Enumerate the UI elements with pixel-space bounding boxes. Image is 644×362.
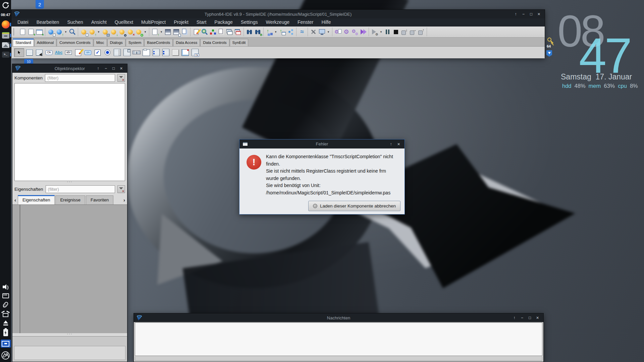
palette-tab-synedit[interactable]: SynEdit — [230, 39, 249, 46]
palette-tab-misc[interactable]: Misc — [94, 39, 107, 46]
menu-item-hilfe[interactable]: Hilfe — [317, 18, 335, 26]
maximize-button[interactable] — [111, 66, 116, 71]
project-inspector-icon[interactable] — [118, 28, 125, 36]
task-panel-icon[interactable] — [0, 340, 11, 348]
menu-item-ansicht[interactable]: Ansicht — [87, 18, 111, 26]
close-button[interactable] — [396, 141, 401, 147]
palette-tab-basecontrols[interactable]: BaseControls — [144, 39, 173, 46]
save-all-icon[interactable] — [173, 28, 180, 36]
open-project-icon[interactable] — [80, 28, 87, 36]
configure-tools-icon[interactable] — [310, 28, 317, 36]
save-icon[interactable] — [164, 28, 171, 36]
component-radiogroup-icon[interactable] — [152, 48, 160, 57]
component-actionlist-icon[interactable]: Ok — [191, 48, 199, 57]
menu-item-settings[interactable]: Settings — [237, 18, 262, 26]
open-file-icon[interactable]: ↑ — [151, 28, 158, 36]
komponenten-filter-input[interactable] — [45, 74, 115, 82]
antix-logo-icon[interactable] — [0, 351, 11, 360]
shade-button[interactable] — [513, 11, 518, 17]
run-parameters-icon[interactable] — [135, 28, 142, 36]
component-listbox-icon[interactable] — [113, 48, 121, 57]
firefox-icon[interactable] — [0, 20, 11, 28]
file-manager-icon[interactable] — [0, 32, 11, 39]
target-menu-icon[interactable]: ▾ — [327, 30, 330, 34]
compiler-options-icon[interactable] — [334, 28, 341, 36]
project-menu-icon[interactable]: ▾ — [144, 30, 147, 34]
menu-item-projekt[interactable]: Projekt — [170, 18, 193, 26]
menu-item-start[interactable]: Start — [193, 18, 211, 26]
build-all-icon[interactable] — [279, 28, 286, 36]
component-checkbox-icon[interactable] — [93, 48, 102, 57]
package-graph-icon[interactable] — [287, 28, 294, 36]
component-button-icon[interactable]: Ok — [45, 48, 53, 57]
cancel-component-load-button[interactable]: Laden dieser Komponente abbrechen — [308, 201, 400, 211]
messages-list[interactable] — [135, 322, 542, 356]
close-button[interactable] — [119, 66, 124, 71]
clean-build-icon[interactable] — [299, 28, 306, 36]
menu-item-bearbeiten[interactable]: Bearbeiten — [33, 18, 63, 26]
show-units-icon[interactable]: ↑ — [56, 28, 63, 36]
splitter-handle[interactable] — [12, 333, 127, 336]
image-viewer-icon[interactable] — [0, 42, 11, 48]
logout-icon[interactable] — [0, 2, 11, 9]
target-monitor-icon[interactable] — [318, 28, 325, 36]
tabs-scroll-left-icon[interactable] — [13, 196, 18, 204]
pause-icon[interactable] — [384, 28, 391, 36]
quick-compile-icon[interactable] — [360, 28, 367, 36]
component-groupbox-icon[interactable] — [142, 48, 151, 57]
ide-titlebar[interactable]: Typhon64-IDE v8.9 - SimpleIDE (/home/mxl… — [11, 10, 545, 18]
build-icon[interactable] — [266, 28, 273, 36]
menu-item-datei[interactable]: Datei — [13, 18, 33, 26]
component-scrollbar-icon[interactable] — [132, 48, 141, 57]
inspector-titlebar[interactable]: Objektinspektor — [12, 64, 127, 73]
component-memo-icon[interactable] — [74, 48, 83, 57]
save-project-icon[interactable] — [102, 28, 109, 36]
menu-item-fenster[interactable]: Fenster — [293, 18, 317, 26]
splitter-handle[interactable] — [12, 181, 127, 184]
attachments-icon[interactable] — [0, 302, 11, 308]
documentation-icon[interactable] — [218, 28, 225, 36]
messages-titlebar[interactable]: Nachrichten — [134, 313, 543, 322]
window-list-icon[interactable] — [226, 28, 233, 36]
run-no-debug-icon[interactable] — [371, 28, 378, 36]
filter-clear-button[interactable] — [117, 185, 125, 193]
shade-button[interactable] — [512, 315, 517, 320]
eigenschaften-filter-input[interactable] — [46, 185, 115, 193]
find-in-files-icon[interactable]: B — [254, 28, 261, 36]
copy-icon[interactable] — [181, 28, 188, 36]
maximize-button[interactable] — [529, 11, 534, 17]
component-panel-icon[interactable] — [171, 48, 180, 57]
component-tree[interactable] — [14, 83, 125, 181]
palette-tab-dialogs[interactable]: Dialogs — [107, 39, 125, 46]
find-icon[interactable] — [246, 28, 253, 36]
toggle-form-unit-icon[interactable] — [234, 28, 241, 36]
close-button[interactable] — [535, 315, 540, 320]
palette-tab-standard[interactable]: Standard — [13, 39, 34, 46]
component-popupmenu-icon[interactable] — [35, 48, 44, 57]
properties-grid[interactable] — [12, 204, 127, 333]
open-project-menu-icon[interactable]: ▾ — [97, 30, 100, 34]
inspector-tab-eigenschaften[interactable]: Eigenschaften — [18, 195, 55, 204]
menu-item-quelltext[interactable]: Quelltext — [111, 18, 137, 26]
component-togglebox-icon[interactable]: on — [84, 48, 92, 57]
terminal-icon[interactable]: >_ — [0, 52, 11, 58]
component-frame-icon[interactable] — [181, 48, 190, 57]
shade-button[interactable] — [96, 66, 101, 71]
inspector-tab-ereignisse[interactable]: Ereignisse — [55, 195, 85, 204]
menu-item-werkzeuge[interactable]: Werkzeuge — [262, 18, 293, 26]
package-options-icon[interactable] — [351, 28, 358, 36]
component-radiobutton-icon[interactable] — [103, 48, 112, 57]
palette-tab-data-access[interactable]: Data Access — [173, 39, 200, 46]
toolbar-grip[interactable] — [13, 28, 16, 36]
new-unit-icon[interactable]: + — [28, 28, 35, 36]
inspector-tab-favoriten[interactable]: Favoriten — [86, 195, 113, 204]
stop-icon[interactable] — [392, 28, 399, 36]
component-combobox-icon[interactable] — [122, 48, 131, 57]
taskbar-badge[interactable]: 2 — [36, 0, 44, 9]
minimize-button[interactable] — [103, 66, 108, 71]
open-unit-icon[interactable] — [47, 28, 54, 36]
build-menu-icon[interactable]: ▾ — [274, 30, 277, 34]
find-unit-icon[interactable] — [69, 28, 76, 36]
filter-clear-button[interactable] — [117, 74, 125, 82]
dialog-titlebar[interactable]: Fehler — [239, 139, 405, 148]
